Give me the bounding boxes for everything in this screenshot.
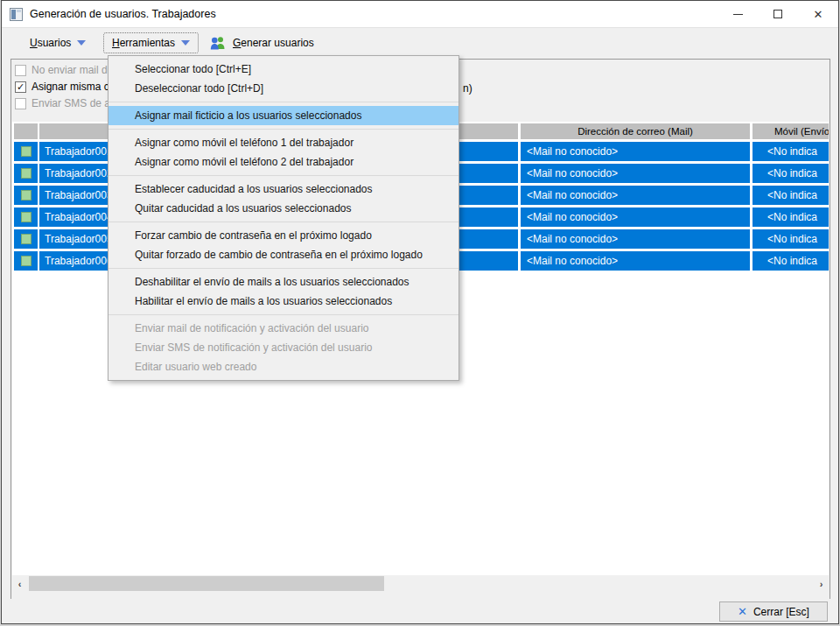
horizontal-scrollbar[interactable]: ‹ ›	[12, 576, 829, 591]
row-selected-checkbox-icon[interactable]	[21, 146, 32, 157]
menu-item[interactable]: Establecer caducidad a los usuarios sele…	[108, 179, 458, 199]
row-select-cell[interactable]	[14, 142, 38, 161]
chevron-down-icon	[181, 40, 190, 46]
menu-items: Seleccionar todo [Ctrl+E]Deseleccionar t…	[108, 60, 458, 376]
row-select-cell[interactable]	[14, 207, 38, 227]
row-selected-checkbox-icon[interactable]	[21, 234, 32, 244]
row-select-cell[interactable]	[14, 229, 38, 249]
checkbox-label: Asignar misma cor	[32, 81, 118, 93]
menu-separator	[108, 268, 458, 269]
herramientas-menu-button[interactable]: Herramientas	[103, 32, 199, 53]
checkbox-label-tail: n)	[463, 82, 472, 95]
checkbox-label: Enviar SMS de ac	[32, 97, 116, 109]
maximize-button[interactable]	[758, 1, 798, 27]
row-selected-checkbox-icon[interactable]	[21, 212, 32, 222]
row-movil-cell[interactable]: <No indica	[752, 207, 829, 227]
checkbox-checked-icon[interactable]: ✓	[15, 81, 26, 93]
menu-item[interactable]: Asignar como móvil el teléfono 2 del tra…	[108, 152, 458, 172]
menu-separator	[108, 314, 458, 315]
row-selected-checkbox-icon[interactable]	[21, 168, 32, 179]
window-title: Generación de usuarios. Trabajadores	[30, 8, 216, 20]
menu-item[interactable]: Habilitar el envío de mails a los usuari…	[108, 292, 458, 311]
checkbox-enviar-sms[interactable]: Enviar SMS de ac	[15, 97, 116, 109]
app-icon	[10, 8, 23, 21]
app-window: Generación de usuarios. Trabajadores ✕ U…	[1, 0, 839, 624]
row-movil-cell[interactable]: <No indica	[752, 229, 829, 249]
scrollbar-thumb[interactable]	[29, 576, 384, 591]
row-select-cell[interactable]	[14, 251, 38, 271]
row-selected-checkbox-icon[interactable]	[21, 256, 32, 266]
row-movil-cell[interactable]: <No indica	[752, 186, 829, 205]
maximize-icon	[774, 10, 782, 18]
menu-item[interactable]: Deseleccionar todo [Ctrl+D]	[108, 79, 458, 98]
checkbox-label: No enviar mail de	[32, 64, 113, 76]
toolbar: Usuarios Herramientas Generar usuarios	[2, 29, 838, 56]
menu-separator	[108, 175, 458, 176]
generar-usuarios-label: Generar usuarios	[233, 37, 314, 49]
row-mail-cell[interactable]: <Mail no conocido>	[521, 251, 750, 271]
title-bar: Generación de usuarios. Trabajadores ✕	[2, 1, 838, 28]
header-select-column[interactable]	[14, 123, 38, 139]
row-mail-cell[interactable]: <Mail no conocido>	[521, 142, 750, 161]
menu-item[interactable]: Quitar caducidad a los usuarios seleccio…	[108, 199, 458, 218]
row-mail-cell[interactable]: <Mail no conocido>	[521, 207, 750, 227]
close-button[interactable]: ✕	[798, 1, 838, 27]
row-mail-cell[interactable]: <Mail no conocido>	[521, 229, 750, 249]
chevron-down-icon	[77, 40, 86, 46]
scroll-right-arrow-icon[interactable]: ›	[814, 576, 829, 591]
menu-item[interactable]: Quitar forzado de cambio de contraseña e…	[108, 245, 458, 264]
menu-separator	[108, 222, 458, 222]
row-mail-cell[interactable]: <Mail no conocido>	[521, 164, 750, 183]
header-movil-column[interactable]: Móvil (Envío	[752, 123, 829, 139]
herramientas-label: Herramientas	[112, 37, 175, 49]
menu-separator	[108, 102, 458, 102]
cerrar-button[interactable]: ✕ Cerrar [Esc]	[719, 601, 828, 622]
checkbox-no-enviar-mail[interactable]: No enviar mail de	[15, 64, 113, 76]
close-icon: ✕	[814, 9, 823, 20]
generar-usuarios-button[interactable]: Generar usuarios	[210, 33, 314, 53]
minimize-icon	[733, 14, 743, 15]
minimize-button[interactable]	[718, 1, 758, 27]
row-selected-checkbox-icon[interactable]	[21, 190, 32, 200]
row-movil-cell[interactable]: <No indica	[752, 251, 829, 271]
menu-item[interactable]: Seleccionar todo [Ctrl+E]	[108, 60, 458, 79]
row-select-cell[interactable]	[14, 186, 38, 205]
footer-bar: ✕ Cerrar [Esc]	[2, 599, 838, 623]
checkbox-icon[interactable]	[15, 98, 26, 109]
usuarios-menu-button[interactable]: Usuarios	[30, 33, 86, 53]
menu-item[interactable]: Forzar cambio de contraseña en el próxim…	[108, 226, 458, 245]
users-icon	[210, 36, 226, 50]
menu-item[interactable]: Deshabilitar el envío de mails a los usu…	[108, 272, 458, 292]
menu-item[interactable]: Asignar como móvil el teléfono 1 del tra…	[108, 133, 458, 152]
checkbox-icon[interactable]	[15, 65, 26, 76]
window-controls: ✕	[718, 1, 838, 27]
menu-separator	[108, 129, 458, 130]
menu-item[interactable]: Asignar mail ficticio a los usuarios sel…	[108, 106, 458, 125]
row-movil-cell[interactable]: <No indica	[752, 164, 829, 183]
menu-item: Enviar mail de notificación y activación…	[108, 319, 458, 338]
menu-item: Editar usuario web creado	[108, 357, 458, 376]
usuarios-label: Usuarios	[30, 37, 71, 49]
header-mail-column[interactable]: Dirección de correo (Mail)	[521, 123, 750, 139]
cerrar-label: Cerrar [Esc]	[753, 606, 809, 618]
blue-x-icon: ✕	[738, 606, 747, 617]
herramientas-dropdown-menu: Seleccionar todo [Ctrl+E]Deseleccionar t…	[108, 55, 459, 381]
row-select-cell[interactable]	[14, 164, 38, 183]
scroll-left-arrow-icon[interactable]: ‹	[12, 576, 27, 591]
row-movil-cell[interactable]: <No indica	[752, 142, 829, 161]
checkbox-asignar-misma-contrasena[interactable]: ✓ Asignar misma cor	[15, 81, 118, 93]
menu-item: Enviar SMS de notificación y activación …	[108, 338, 458, 357]
row-mail-cell[interactable]: <Mail no conocido>	[521, 186, 750, 205]
